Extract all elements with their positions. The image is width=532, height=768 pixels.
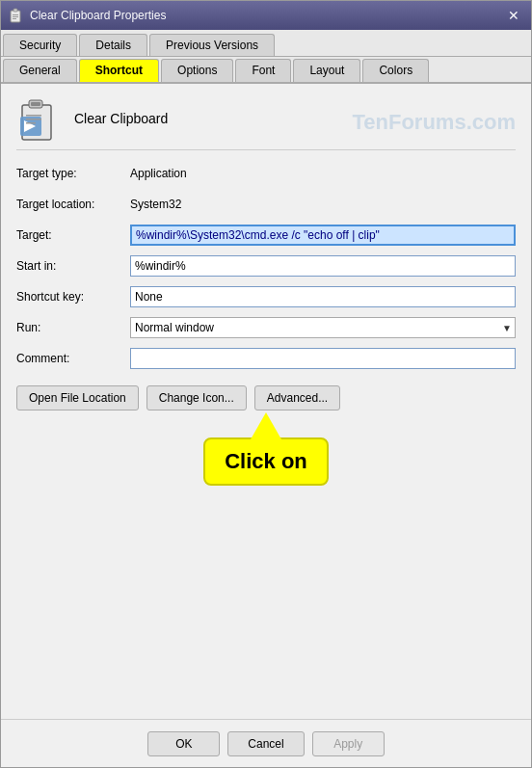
target-label: Target: bbox=[16, 228, 122, 242]
target-row: Target: bbox=[16, 224, 516, 247]
svg-rect-7 bbox=[31, 102, 40, 106]
bottom-bar: OK Cancel Apply bbox=[1, 719, 531, 767]
svg-rect-12 bbox=[26, 122, 36, 124]
target-location-value: System32 bbox=[130, 198, 181, 211]
comment-input[interactable] bbox=[130, 348, 516, 369]
svg-rect-11 bbox=[26, 119, 41, 120]
tab-general[interactable]: General bbox=[3, 59, 77, 82]
title-bar: Clear Clipboard Properties ✕ bbox=[1, 1, 531, 30]
app-icon bbox=[16, 95, 63, 142]
apply-button[interactable]: Apply bbox=[312, 731, 385, 756]
shortcut-key-label: Shortcut key: bbox=[16, 290, 122, 304]
target-location-row: Target location: System32 bbox=[16, 193, 516, 216]
tab-security[interactable]: Security bbox=[3, 34, 77, 56]
open-file-location-button[interactable]: Open File Location bbox=[16, 385, 139, 410]
target-type-value: Application bbox=[130, 167, 187, 180]
target-type-row: Target type: Application bbox=[16, 162, 516, 185]
target-input[interactable] bbox=[130, 225, 516, 246]
title-bar-left: Clear Clipboard Properties bbox=[9, 8, 166, 23]
tab-options[interactable]: Options bbox=[161, 59, 233, 82]
run-select-wrapper: Normal window Minimized Maximized ▼ bbox=[130, 317, 516, 338]
app-title: Clear Clipboard bbox=[74, 111, 168, 126]
svg-rect-1 bbox=[13, 9, 17, 12]
start-in-label: Start in: bbox=[16, 259, 122, 273]
content-area: Clear Clipboard TenForums.com Target typ… bbox=[1, 84, 531, 719]
tab-details[interactable]: Details bbox=[79, 34, 147, 56]
start-in-input[interactable] bbox=[130, 255, 516, 277]
tab-colors[interactable]: Colors bbox=[362, 59, 429, 82]
target-type-label: Target type: bbox=[16, 167, 122, 180]
svg-rect-10 bbox=[26, 115, 41, 117]
advanced-button[interactable]: Advanced... bbox=[254, 385, 340, 410]
tab-row-1: Security Details Previous Versions bbox=[1, 30, 531, 57]
svg-rect-4 bbox=[13, 18, 16, 19]
comment-label: Comment: bbox=[16, 352, 122, 365]
tab-layout[interactable]: Layout bbox=[293, 59, 360, 82]
start-in-row: Start in: bbox=[16, 254, 516, 278]
window-title: Clear Clipboard Properties bbox=[30, 9, 166, 22]
shortcut-key-input[interactable] bbox=[130, 286, 516, 307]
close-button[interactable]: ✕ bbox=[504, 6, 523, 25]
comment-row: Comment: bbox=[16, 347, 516, 370]
change-icon-button[interactable]: Change Icon... bbox=[146, 385, 247, 410]
tab-row-2: General Shortcut Options Font Layout Col… bbox=[1, 57, 531, 84]
tab-font[interactable]: Font bbox=[235, 59, 291, 82]
window-icon bbox=[9, 8, 24, 23]
run-row: Run: Normal window Minimized Maximized ▼ bbox=[16, 316, 516, 339]
callout-text: Click on bbox=[225, 449, 307, 473]
tab-previous-versions[interactable]: Previous Versions bbox=[149, 34, 275, 56]
run-select[interactable]: Normal window Minimized Maximized bbox=[130, 317, 516, 338]
watermark: TenForums.com bbox=[352, 110, 516, 135]
shortcut-key-row: Shortcut key: bbox=[16, 285, 516, 308]
svg-rect-3 bbox=[13, 16, 18, 17]
tab-shortcut[interactable]: Shortcut bbox=[79, 59, 159, 82]
clipboard-icon bbox=[16, 95, 63, 142]
cancel-button[interactable]: Cancel bbox=[227, 731, 304, 756]
svg-rect-2 bbox=[13, 14, 18, 15]
app-header: Clear Clipboard TenForums.com bbox=[16, 95, 516, 150]
callout-area: Click on bbox=[16, 418, 516, 707]
action-buttons: Open File Location Change Icon... Advanc… bbox=[16, 385, 516, 410]
ok-button[interactable]: OK bbox=[147, 731, 220, 756]
run-label: Run: bbox=[16, 321, 122, 334]
callout-tooltip: Click on bbox=[203, 437, 329, 486]
target-location-label: Target location: bbox=[16, 198, 122, 211]
properties-window: Clear Clipboard Properties ✕ Security De… bbox=[0, 0, 532, 768]
